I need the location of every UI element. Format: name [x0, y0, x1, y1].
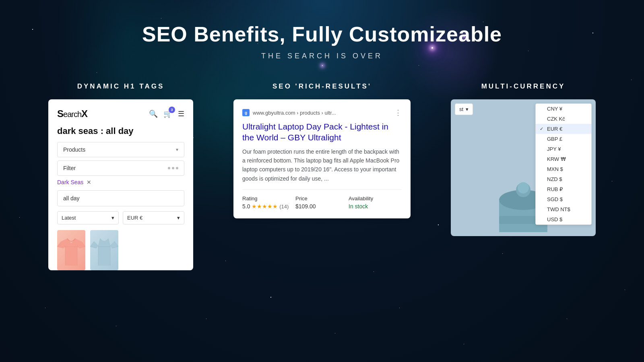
sort-latest-select[interactable]: Latest ▾ [57, 211, 119, 224]
feature-label-currency: MULTI-CURRENCY [481, 82, 566, 90]
dot-3 [176, 167, 178, 169]
svg-rect-1 [65, 247, 77, 265]
currency-krw-label: KRW ₩ [547, 156, 566, 162]
availability-label: Availability [349, 195, 402, 202]
currency-nzd-label: NZD $ [547, 176, 562, 182]
currency-usd-label: USD $ [547, 216, 562, 222]
price-col: Price $109.00 [295, 195, 349, 210]
sort-latest-label: Latest [62, 215, 76, 221]
currency-option-sgd[interactable]: SGD $ [536, 194, 591, 204]
currency-option-jpy[interactable]: JPY ¥ [536, 144, 591, 154]
site-url: www.gbyultra.com › products › ultr... [253, 110, 336, 116]
filter-row[interactable]: Filter [57, 160, 184, 176]
rich-details: Rating 5.0 ★★★★★ (14) Price $109.00 Avai… [242, 189, 402, 210]
feature-label-h1: DYNAMIC H1 TAGS [77, 82, 164, 90]
check-selected-icon: ✓ [540, 126, 545, 132]
currency-option-gbp[interactable]: GBP £ [536, 134, 591, 144]
svg-rect-2 [98, 247, 110, 265]
chevron-down-icon: ▾ [176, 147, 178, 152]
rating-label: Rating [242, 195, 295, 202]
searchx-card: SearchX 🔍 🛒 3 ☰ dark seas : all day [48, 99, 193, 270]
currency-rub-label: RUB ₽ [547, 186, 563, 192]
searchx-icons: 🔍 🛒 3 ☰ [149, 109, 184, 118]
remove-filter-button[interactable]: ✕ [87, 179, 91, 185]
currency-card: st ▾ Sold Out CNY ¥ CZK Kč [451, 99, 596, 236]
selector-chevron-icon: ▾ [466, 106, 469, 112]
page-content: SEO Benefits, Fully Customizeable THE SE… [0, 0, 644, 362]
dot-2 [172, 167, 174, 169]
sort-chevron-icon: ▾ [111, 215, 114, 221]
rating-value: 5.0 ★★★★★ (14) [242, 203, 295, 210]
rating-number: 5.0 [242, 203, 250, 210]
currency-option-krw[interactable]: KRW ₩ [536, 154, 591, 164]
sort-currency-label: EUR € [127, 215, 142, 221]
currency-dropdown[interactable]: CNY ¥ CZK Kč ✓ EUR € GBP £ [535, 103, 592, 225]
svg-point-8 [518, 182, 529, 193]
searchx-header: SearchX 🔍 🛒 3 ☰ [57, 108, 184, 119]
currency-option-mxn[interactable]: MXN $ [536, 164, 591, 174]
currency-gbp-label: GBP £ [547, 136, 562, 142]
currency-chevron-icon: ▾ [177, 215, 180, 221]
currency-eur-label: EUR € [547, 126, 562, 132]
search-icon[interactable]: 🔍 [149, 109, 158, 118]
shirt-icon-blue [90, 235, 118, 265]
feature-dynamic-h1: DYNAMIC H1 TAGS SearchX 🔍 🛒 3 ☰ [36, 82, 205, 270]
dot-1 [168, 167, 170, 169]
search-heading: dark seas : all day [57, 126, 184, 136]
products-filter[interactable]: Products ▾ [57, 142, 184, 157]
search-input[interactable] [63, 195, 178, 202]
availability-value: In stock [349, 203, 402, 210]
cart-icon[interactable]: 🛒 3 [163, 109, 172, 118]
currency-jpy-label: JPY ¥ [547, 146, 561, 152]
sort-currency-select[interactable]: EUR € ▾ [123, 211, 184, 224]
rating-col: Rating 5.0 ★★★★★ (14) [242, 195, 295, 210]
rich-card-header: g www.gbyultra.com › products › ultr... … [242, 108, 402, 117]
currency-sgd-label: SGD $ [547, 196, 563, 202]
currency-mxn-label: MXN $ [547, 166, 563, 172]
shirt-icon-pink [57, 235, 85, 265]
searchx-logo: SearchX [57, 108, 87, 119]
filter-dots [168, 167, 178, 169]
currency-option-twd[interactable]: TWD NT$ [536, 204, 591, 214]
sort-row: Latest ▾ EUR € ▾ [57, 211, 184, 224]
currency-option-czk[interactable]: CZK Kč [536, 114, 591, 124]
hero-section: SEO Benefits, Fully Customizeable THE SE… [142, 22, 502, 60]
products-row [57, 230, 184, 270]
currency-option-nzd[interactable]: NZD $ [536, 174, 591, 184]
rich-card-site: g www.gbyultra.com › products › ultr... [242, 109, 336, 116]
more-options-icon[interactable]: ⋮ [394, 108, 402, 117]
product-thumb-blue[interactable] [90, 230, 118, 270]
selector-label: st [459, 106, 463, 112]
currency-twd-label: TWD NT$ [547, 206, 570, 212]
rich-results-card: g www.gbyultra.com › products › ultr... … [233, 99, 411, 218]
selector-box[interactable]: st ▾ [455, 103, 473, 115]
currency-option-usd[interactable]: USD $ [536, 214, 591, 224]
active-filter: Dark Seas ✕ [57, 179, 184, 185]
products-label: Products [63, 146, 85, 153]
currency-cny-label: CNY ¥ [547, 106, 562, 112]
menu-icon[interactable]: ☰ [178, 109, 184, 118]
selector-row: st ▾ [455, 103, 473, 115]
hero-subtitle: THE SEARCH IS OVER [142, 52, 502, 60]
rich-result-title[interactable]: Ultralight Laptop Day Pack - Lightest in… [242, 121, 402, 143]
hero-title: SEO Benefits, Fully Customizeable [142, 22, 502, 46]
price-label: Price [295, 195, 349, 202]
filter-label: Filter [63, 165, 76, 171]
product-thumb-pink[interactable] [57, 230, 85, 270]
currency-option-rub[interactable]: RUB ₽ [536, 184, 591, 194]
feature-multi-currency: MULTI-CURRENCY [439, 82, 608, 270]
stars-icon: ★★★★★ [252, 203, 279, 210]
feature-label-rich: SEO 'RICH-RESULTS' [272, 82, 372, 90]
price-value: $109.00 [295, 203, 349, 210]
currency-czk-label: CZK Kč [547, 116, 565, 122]
currency-option-eur[interactable]: ✓ EUR € [536, 124, 591, 134]
active-filter-tag: Dark Seas [57, 179, 83, 185]
currency-option-cny[interactable]: CNY ¥ [536, 104, 591, 114]
site-favicon: g [242, 109, 250, 116]
availability-col: Availability In stock [349, 195, 402, 210]
rating-count: (14) [279, 204, 289, 210]
rich-result-description: Our foam protection runs the entire leng… [242, 147, 402, 183]
search-input-wrap [57, 190, 184, 206]
cart-badge: 3 [169, 107, 175, 113]
features-row: DYNAMIC H1 TAGS SearchX 🔍 🛒 3 ☰ [0, 82, 644, 270]
